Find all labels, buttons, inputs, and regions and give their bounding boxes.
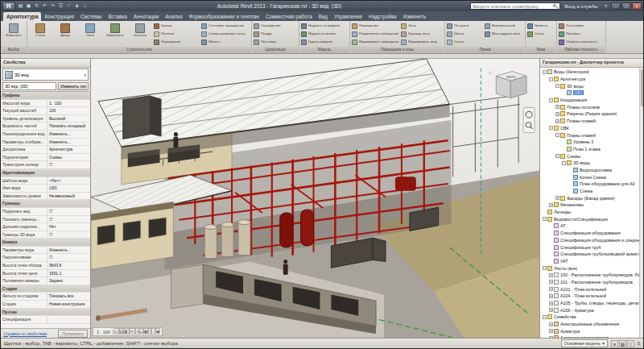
expander-icon[interactable]: + (549, 301, 553, 305)
tree-item[interactable]: + 100 - Расположение трубопроводов. Разр… (541, 272, 639, 279)
expander-icon[interactable]: − (562, 161, 566, 165)
ribbon-button[interactable]: Ограждение (253, 22, 298, 30)
expander-icon[interactable]: + (555, 112, 559, 116)
tree-item[interactable]: Спецификация трубопроводной арматуры (541, 251, 639, 258)
ribbon-button[interactable]: Стена (28, 22, 52, 46)
ribbon-tab[interactable]: Вид (316, 12, 331, 21)
ribbon-button[interactable]: Уровень (526, 22, 555, 30)
ribbon-button[interactable]: Группа модели (300, 38, 349, 46)
tree-item[interactable]: + Планы потолков (541, 103, 639, 110)
tree-item[interactable]: {3D} (541, 89, 639, 97)
property-value[interactable]: ☐ (47, 254, 90, 261)
ribbon-button[interactable]: Стеновое ограждение (200, 22, 250, 30)
statusbar-icon[interactable]: ▧ (619, 340, 626, 347)
expander-icon[interactable]: − (549, 77, 553, 81)
tree-item[interactable]: Уровень 3 (541, 139, 639, 146)
expander-icon[interactable]: + (549, 329, 553, 333)
expander-icon[interactable]: − (555, 84, 559, 88)
tree-item[interactable]: − Листы (все) (541, 264, 639, 272)
tree-item[interactable]: − Семейства (541, 314, 639, 321)
expander-icon[interactable]: + (555, 105, 559, 109)
expander-icon[interactable] (549, 259, 553, 263)
property-value[interactable]: Высокий (47, 115, 90, 123)
tree-item[interactable]: − Планы этажей (541, 131, 639, 139)
ribbon-tab[interactable]: Архитектура (3, 12, 41, 21)
ribbon-button[interactable]: Колонна (128, 22, 152, 46)
tree-item[interactable]: План оборудования для АК (541, 181, 639, 188)
property-value[interactable]: Изменить... (47, 139, 90, 146)
search-icon[interactable] (553, 4, 558, 9)
expander-icon[interactable]: + (555, 196, 559, 200)
expander-icon[interactable] (543, 210, 547, 214)
qat-icon[interactable]: ↶ (41, 2, 48, 10)
expander-icon[interactable]: − (543, 217, 547, 221)
expander-icon[interactable]: − (543, 315, 547, 319)
tree-item[interactable]: + Механизмы (541, 202, 639, 209)
type-selector[interactable]: 3D вид ▾ (2, 69, 89, 81)
tree-item[interactable]: + A104 - План котельной (541, 293, 639, 300)
ribbon-button[interactable]: Граница зоны (400, 30, 444, 38)
tree-item[interactable]: − 3D виды (541, 160, 639, 167)
viewcube-top-face-label[interactable]: ВЕРХ (506, 75, 516, 79)
ribbon-button[interactable]: Показать (558, 30, 605, 38)
tree-item[interactable]: Схема (541, 188, 639, 195)
ribbon-tab[interactable]: Управление (331, 12, 365, 21)
ribbon-button[interactable]: Крыша (153, 22, 200, 30)
expander-icon[interactable]: − (549, 126, 553, 130)
ribbon-tab[interactable]: Совместная работа (262, 12, 316, 21)
scale-button[interactable]: 1 : 100 (95, 330, 113, 334)
view-control-icon[interactable]: ◑ (135, 328, 139, 334)
expander-icon[interactable]: − (555, 133, 559, 137)
property-value[interactable]: Независимый (47, 193, 90, 200)
ribbon-button[interactable]: Маркировать помещение (351, 38, 399, 46)
expander-icon[interactable]: − (549, 98, 553, 102)
ribbon-button[interactable]: Сетка (526, 30, 555, 38)
qat-icon[interactable]: ▣ (25, 2, 32, 10)
property-value[interactable]: Задано (47, 277, 90, 285)
expander-icon[interactable] (549, 231, 553, 235)
property-value[interactable]: ☐ (47, 216, 90, 223)
expander-icon[interactable] (562, 147, 566, 151)
tree-item[interactable]: − Координация (541, 97, 639, 104)
ribbon-button[interactable]: Окно (78, 22, 102, 46)
ribbon-button[interactable]: Схемы разрезки стены (200, 30, 250, 38)
qat-icon[interactable]: ∕ (65, 2, 72, 10)
expander-icon[interactable] (549, 224, 553, 228)
ribbon-button[interactable]: Помещение (351, 22, 399, 30)
tree-item[interactable]: − 3D виды (541, 82, 639, 89)
tree-item[interactable]: + A105 - Трубы, отводы, переходы, детали (541, 300, 639, 307)
expander-icon[interactable]: + (549, 273, 553, 277)
ribbon-tab[interactable]: Вставка (105, 12, 130, 21)
tree-item[interactable]: + Планы этажей (541, 118, 639, 125)
property-value[interactable]: ☐ (47, 231, 90, 239)
tree-item[interactable]: Легенды (541, 209, 639, 216)
tree-item[interactable]: − Схемы (541, 152, 639, 160)
property-value[interactable]: Показать все (47, 293, 90, 300)
property-value[interactable]: Архитектура (47, 146, 90, 153)
ribbon-button[interactable]: Дверь (53, 22, 77, 46)
tree-item[interactable]: − ОВК (541, 125, 639, 132)
expander-icon[interactable] (568, 168, 572, 172)
tree-item[interactable]: + Фасады (Фасад здания) (541, 194, 639, 202)
tree-item[interactable]: Спецификация оборудования и соединительн… (541, 237, 639, 244)
ribbon-button[interactable]: Компонент (103, 22, 127, 46)
qat-icon[interactable]: ⌂ (81, 2, 89, 10)
workset-dropdown[interactable]: Основная модель ▾ (561, 339, 608, 347)
signin-button[interactable]: Вход в службы (562, 4, 601, 9)
search-input[interactable] (473, 4, 553, 9)
ribbon-tab[interactable]: Системы (77, 12, 105, 21)
qat-icon[interactable]: ☰ (57, 2, 64, 10)
tree-item[interactable]: + Разрезы (Разрез здания) (541, 110, 639, 118)
navigation-bar[interactable] (523, 107, 535, 132)
ribbon-button[interactable]: Вертикальный (484, 22, 524, 30)
statusbar-icon[interactable]: ▽ (627, 340, 634, 347)
tree-item[interactable]: + 101 - Расположение трубопроводов (541, 279, 639, 286)
ribbon-tab[interactable]: Анализ (162, 12, 185, 21)
expander-icon[interactable]: − (543, 266, 547, 270)
property-value[interactable]: 1 : 100 (47, 100, 90, 107)
tree-item[interactable]: + A101 - План котельной (541, 285, 639, 293)
expander-icon[interactable] (568, 182, 572, 186)
tree-item[interactable]: Спецификация оборудования (541, 230, 639, 237)
property-value[interactable]: Схемы (47, 154, 90, 161)
ribbon-button[interactable]: Разделитель помещений (351, 30, 399, 38)
